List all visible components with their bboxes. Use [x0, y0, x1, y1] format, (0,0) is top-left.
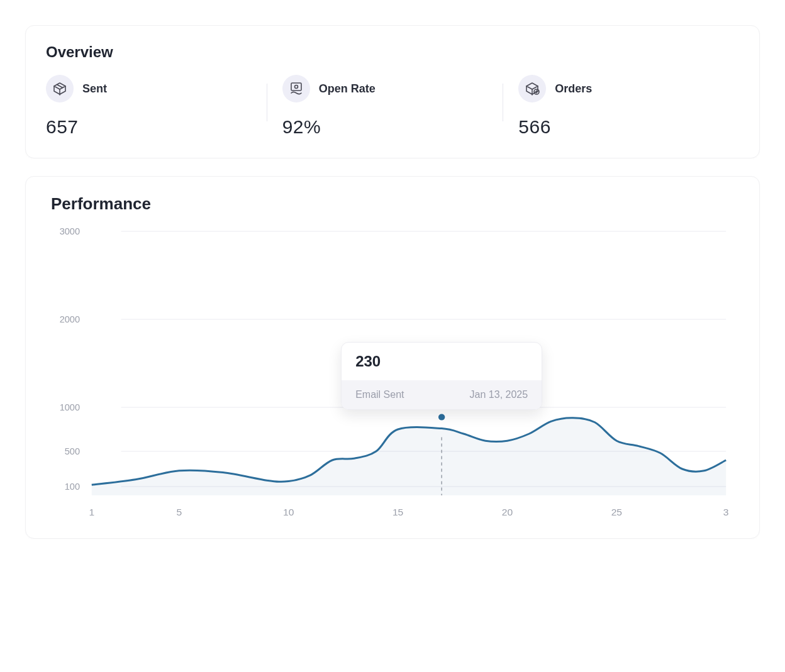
- svg-text:1000: 1000: [60, 402, 80, 412]
- stat-open-rate-value: 92%: [282, 116, 488, 138]
- svg-text:3000: 3000: [60, 226, 80, 236]
- stat-orders-label: Orders: [555, 82, 592, 96]
- tooltip-value: 230: [342, 343, 542, 380]
- svg-text:2000: 2000: [60, 314, 80, 324]
- svg-text:25: 25: [611, 507, 622, 517]
- performance-title: Performance: [51, 194, 739, 214]
- overview-stats-row: Sent 657 Open Rate 92%: [46, 75, 739, 138]
- stat-sent-header: Sent: [46, 75, 252, 102]
- stat-orders-header: Orders: [518, 75, 724, 102]
- tooltip-date: Jan 13, 2025: [470, 389, 528, 400]
- svg-text:20: 20: [502, 507, 513, 517]
- svg-text:15: 15: [392, 507, 403, 517]
- svg-text:5: 5: [177, 507, 182, 517]
- svg-rect-0: [291, 83, 301, 91]
- stat-open-rate-header: Open Rate: [282, 75, 488, 102]
- stat-orders: Orders 566: [518, 75, 739, 138]
- stat-sent-value: 657: [46, 116, 252, 138]
- chart-tooltip: 230 Email Sent Jan 13, 2025: [341, 342, 542, 410]
- package-icon: [46, 75, 74, 102]
- svg-text:10: 10: [283, 507, 294, 517]
- stat-orders-value: 566: [518, 116, 724, 138]
- stat-sent-label: Sent: [82, 82, 107, 96]
- tooltip-footer: Email Sent Jan 13, 2025: [342, 380, 542, 409]
- svg-point-21: [438, 414, 445, 421]
- stat-divider: [503, 84, 503, 121]
- package-plus-icon: [518, 75, 546, 102]
- svg-point-1: [294, 85, 298, 89]
- svg-text:500: 500: [65, 446, 80, 456]
- money-hand-icon: [282, 75, 310, 102]
- svg-text:3: 3: [723, 507, 729, 517]
- stat-open-rate: Open Rate 92%: [282, 75, 503, 138]
- svg-text:100: 100: [65, 482, 80, 492]
- performance-card: Performance 3000200010005001001510152025…: [25, 176, 760, 539]
- performance-chart[interactable]: 30002000100050010015101520253 230 Email …: [46, 225, 739, 527]
- tooltip-series-label: Email Sent: [355, 389, 404, 400]
- stat-divider: [267, 84, 267, 121]
- stat-sent: Sent 657: [46, 75, 267, 138]
- overview-card: Overview Sent 657: [25, 25, 760, 158]
- svg-text:1: 1: [89, 507, 94, 517]
- stat-open-rate-label: Open Rate: [319, 82, 376, 96]
- overview-title: Overview: [46, 43, 739, 61]
